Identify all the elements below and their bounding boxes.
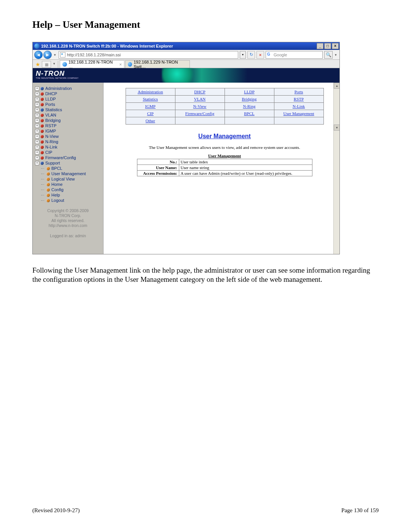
ie-icon	[34, 43, 40, 49]
sidebar-item-help[interactable]: Help	[35, 192, 101, 198]
sidebar-item-cip[interactable]: +CIP	[35, 150, 101, 155]
help-link-user-management[interactable]: User Management	[284, 111, 314, 116]
sidebar-item-bpcl[interactable]: BPCL	[35, 166, 101, 171]
sidebar-link[interactable]: Ports	[45, 102, 55, 107]
expand-icon[interactable]: +	[35, 124, 39, 128]
sidebar-link[interactable]: Config	[51, 187, 64, 192]
sidebar-item-ports[interactable]: +Ports	[35, 102, 101, 107]
sidebar-link[interactable]: CIP	[45, 150, 52, 155]
tabs-dropdown[interactable]: ▾	[52, 59, 56, 68]
search-dropdown[interactable]: ▾	[333, 51, 338, 59]
sidebar-item-n-link[interactable]: +N-Link	[35, 144, 101, 150]
expand-icon[interactable]: +	[35, 150, 39, 155]
expand-icon[interactable]: +	[35, 156, 39, 160]
help-link-bpcl[interactable]: BPCL	[244, 111, 255, 116]
sidebar-link[interactable]: N-Link	[45, 145, 57, 149]
sidebar-item-n-ring[interactable]: +N-Ring	[35, 139, 101, 144]
help-link-n-ring[interactable]: N-Ring	[243, 104, 256, 109]
help-link-statistics[interactable]: Statistics	[143, 97, 158, 101]
sidebar-item-dhcp[interactable]: +DHCP	[35, 91, 101, 96]
browser-tab-2[interactable]: 192.168.1.229 N-TRON Swit…	[125, 60, 190, 68]
expand-icon[interactable]: +	[35, 161, 39, 165]
expand-icon[interactable]: +	[35, 86, 39, 91]
help-link-firmware-config[interactable]: Firmware/Config	[185, 111, 214, 116]
help-link-vlan[interactable]: VLAN	[194, 97, 206, 101]
sidebar-item-statistics[interactable]: +Statistics	[35, 107, 101, 112]
section-title: User Management	[113, 133, 336, 140]
sidebar-link[interactable]: IGMP	[45, 129, 56, 133]
sidebar-link[interactable]: Administration	[45, 86, 72, 91]
sidebar-link[interactable]: Support	[45, 161, 60, 165]
stop-button[interactable]: ×	[256, 51, 264, 59]
help-link-dhcp[interactable]: DHCP	[194, 89, 205, 94]
sidebar-link[interactable]: DHCP	[45, 91, 57, 96]
sidebar-link[interactable]: LLDP	[45, 97, 56, 101]
sidebar-link[interactable]: Help	[51, 193, 60, 197]
expand-icon[interactable]: +	[35, 108, 39, 112]
browser-tab-1[interactable]: 192.168.1.228 N-TRON … ×	[60, 60, 124, 68]
refresh-button[interactable]: ↻	[247, 51, 255, 59]
sidebar-link[interactable]: Firmware/Config	[45, 155, 76, 160]
expand-icon[interactable]: +	[35, 129, 39, 133]
sidebar-item-config[interactable]: Config	[35, 187, 101, 192]
expand-icon[interactable]: +	[35, 97, 39, 101]
expand-icon[interactable]: +	[35, 118, 39, 123]
forward-button[interactable]: ►	[43, 51, 52, 59]
sidebar-item-administration[interactable]: +Administration	[35, 86, 101, 91]
sidebar-link[interactable]: VLAN	[45, 113, 56, 117]
back-button[interactable]: ◄	[34, 51, 43, 59]
expand-icon[interactable]: +	[35, 140, 39, 144]
sidebar-item-user-management[interactable]: User Management	[35, 171, 101, 176]
expand-icon[interactable]: +	[35, 134, 39, 139]
address-dropdown[interactable]: ▾	[240, 51, 246, 59]
expand-icon[interactable]: +	[35, 145, 39, 149]
sidebar-link[interactable]: Statistics	[45, 107, 62, 112]
help-link-other[interactable]: Other	[145, 118, 155, 123]
help-link-rstp[interactable]: RSTP	[294, 97, 304, 101]
minimize-button[interactable]: _	[317, 43, 323, 49]
sidebar-item-firmware-config[interactable]: +Firmware/Config	[35, 155, 101, 160]
favorites-icon[interactable]: ★	[34, 61, 41, 68]
sidebar-item-bridging[interactable]: +Bridging	[35, 118, 101, 123]
help-link-lldp[interactable]: LLDP	[244, 89, 255, 94]
sidebar-item-logout[interactable]: Logout	[35, 198, 101, 203]
close-button[interactable]: ×	[332, 43, 339, 49]
sidebar-link[interactable]: BPCL	[51, 166, 62, 171]
nav-history-dropdown[interactable]: ▾	[53, 51, 57, 59]
expand-icon[interactable]: +	[35, 102, 39, 107]
help-link-ports[interactable]: Ports	[295, 89, 303, 94]
help-link-n-link[interactable]: N-Link	[293, 104, 305, 109]
sidebar-link[interactable]: N-View	[45, 134, 59, 139]
help-link-n-view[interactable]: N-View	[193, 104, 207, 109]
sidebar-link[interactable]: User Management	[51, 171, 86, 176]
sidebar-item-home[interactable]: Home	[35, 182, 101, 187]
sidebar-link[interactable]: N-Ring	[45, 139, 58, 144]
sidebar-item-n-view[interactable]: +N-View	[35, 134, 101, 139]
help-link-administration[interactable]: Administration	[138, 89, 163, 94]
help-link-cip[interactable]: CIP	[147, 111, 153, 116]
sidebar-item-lldp[interactable]: +LLDP	[35, 96, 101, 102]
sidebar-item-rstp[interactable]: +RSTP	[35, 123, 101, 128]
scroll-down-arrow[interactable]: ▾	[334, 125, 340, 131]
search-box[interactable]: G Google	[266, 51, 323, 59]
search-button[interactable]: 🔍	[324, 51, 333, 59]
address-bar[interactable]: http://192.168.1.228/main.ssi	[59, 51, 238, 59]
sidebar-item-support[interactable]: +Support	[35, 160, 101, 166]
sidebar-link[interactable]: RSTP	[45, 123, 56, 128]
expand-icon[interactable]: +	[35, 92, 39, 96]
quick-tabs-button[interactable]: ▦	[42, 61, 51, 68]
scroll-up-arrow[interactable]: ▴	[334, 83, 340, 89]
help-link-bridging[interactable]: Bridging	[242, 97, 256, 101]
help-link-igmp[interactable]: IGMP	[145, 104, 156, 109]
scrollbar-vertical[interactable]: ▴ ▾	[333, 83, 339, 254]
sidebar-link[interactable]: Home	[51, 182, 62, 187]
sidebar-item-vlan[interactable]: +VLAN	[35, 112, 101, 118]
maximize-button[interactable]: □	[324, 43, 331, 49]
sidebar-item-logical-view[interactable]: Logical View	[35, 176, 101, 182]
expand-icon[interactable]: +	[35, 113, 39, 117]
sidebar-item-igmp[interactable]: +IGMP	[35, 128, 101, 134]
sidebar-link[interactable]: Logical View	[51, 177, 75, 181]
sidebar-link[interactable]: Logout	[51, 198, 64, 203]
sidebar-link[interactable]: Bridging	[45, 118, 61, 123]
tab-close-icon[interactable]: ×	[119, 62, 122, 67]
